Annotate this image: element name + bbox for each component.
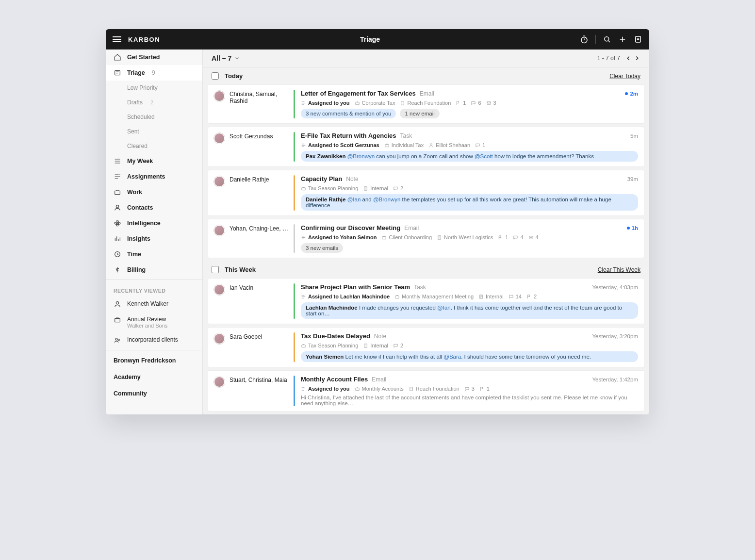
mention[interactable]: @Ian [437,305,451,311]
sidebar-user[interactable]: Bronwyn Fredrickson [106,352,202,369]
plus-icon[interactable] [618,35,627,44]
group-header: This Week Clear This Week [203,261,649,278]
triage-card[interactable]: Danielle Rathje Capacity Plan Note 39m T… [208,170,644,216]
sidebar-item-my-week[interactable]: My Week [106,153,202,169]
pill[interactable]: 3 new comments & mention of you [301,109,396,118]
svg-rect-3 [115,70,120,75]
from-names: Stuart, Christina, Maia [230,377,287,383]
card-list: Christina, Samual, Rashid Letter of Enga… [203,84,649,258]
subject: Share Project Plan with Senior Team [301,283,410,291]
svg-point-5 [116,205,118,208]
briefcase-icon [301,186,306,191]
meta-row: Tax Season PlanningInternal2 [301,343,638,348]
subject: Letter of Engagement for Tax Services [301,90,416,97]
sidebar-item-intelligence[interactable]: Intelligence [106,215,202,231]
search-icon[interactable] [603,35,611,44]
svg-rect-14 [355,102,359,104]
sidebar-item-insights[interactable]: Insights [106,231,202,247]
accent-bar [294,132,295,162]
accent-bar [294,332,295,362]
chat-icon [509,294,514,299]
assign-icon [301,294,306,299]
menu-icon[interactable] [113,36,121,42]
person-icon [428,143,434,148]
svg-rect-24 [395,296,399,298]
mail-icon [528,235,534,240]
sidebar-label: Triage [127,69,145,76]
filter-dropdown[interactable]: All – 7 [212,54,240,62]
mention[interactable]: @Bronwyn [373,197,400,202]
triage-card[interactable]: Ian Vacin Share Project Plan with Senior… [208,278,644,324]
item-type: Note [346,176,358,182]
select-all-checkbox[interactable] [212,72,219,80]
clear-link[interactable]: Clear Today [609,73,640,80]
recent-item[interactable]: Incorporated clients [106,332,202,348]
chevron-left-icon[interactable] [625,55,632,62]
triage-card[interactable]: Sara Goepel Tax Due-Dates Delayed Note Y… [208,327,644,367]
mention[interactable]: @Sara [443,354,461,360]
svg-rect-27 [364,344,367,347]
pager-range: 1 - 7 of 7 [597,55,620,62]
timer-icon[interactable] [580,35,589,44]
recent-item[interactable]: Annual ReviewWalker and Sons [106,312,202,332]
chat-icon [475,143,480,148]
triage-card[interactable]: Scott Gerzundas E-File Tax Return with A… [208,127,644,167]
select-all-checkbox[interactable] [212,266,219,273]
from-names: Danielle Rathje [230,176,269,183]
sidebar-item-work[interactable]: Work [106,184,202,200]
sidebar-academy[interactable]: Academy [106,369,202,385]
avatar [214,176,225,187]
sidebar-item-billing[interactable]: Billing [106,262,202,278]
svg-rect-28 [355,388,359,390]
mention[interactable]: @Scott [475,153,493,159]
triage-card[interactable]: Christina, Samual, Rashid Letter of Enga… [208,84,644,124]
sidebar-item-low-priority[interactable]: Low Priority [106,81,202,95]
svg-rect-19 [302,187,305,190]
inbox-icon [114,69,121,77]
comment-quote: Pax Zwanikken @Bronwyn can you jump on a… [301,151,638,162]
avatar [214,133,225,144]
sidebar-item-cleared[interactable]: Cleared [106,139,202,153]
sidebar-item-triage[interactable]: Triage 9 [106,65,202,81]
svg-point-13 [118,339,119,341]
sidebar-item-get-started[interactable]: Get Started [106,49,202,65]
sidebar-item-scheduled[interactable]: Scheduled [106,110,202,124]
chevron-right-icon[interactable] [634,55,640,62]
divider [106,280,202,280]
triage-card[interactable]: Yohan, Chaing-Lee, … Confirming our Disc… [208,219,644,258]
briefcase-icon [355,100,360,106]
mention[interactable]: @Ian [347,197,361,202]
assignments-icon [114,173,121,181]
clear-link[interactable]: Clear This Week [598,266,640,273]
triage-card[interactable]: Stuart, Christina, Maia Monthly Account … [208,370,644,412]
sidebar-community[interactable]: Community [106,385,202,402]
briefcase-icon [301,343,306,348]
accent-bar [294,283,295,319]
subject: Monthly Account Files [301,376,368,383]
accent-bar [294,90,295,118]
item-type: Task [400,132,412,139]
comment-quote: Yohan Siemen Let me know if I can help w… [301,351,638,362]
timestamp: Yesterday, 3:20pm [592,333,638,339]
note-icon[interactable] [634,35,642,44]
from-names: Christina, Samual, Rashid [230,91,292,104]
recent-item[interactable]: Kenneth Walker [106,296,202,312]
sidebar-count: 9 [152,69,155,76]
sidebar-item-sent[interactable]: Sent [106,124,202,139]
accent-bar [294,224,295,253]
mention[interactable]: @Bronwyn [347,153,375,159]
pill[interactable]: 1 new email [400,109,439,118]
sidebar-item-contacts[interactable]: Contacts [106,200,202,215]
sidebar-item-assignments[interactable]: Assignments [106,169,202,184]
flag-icon [479,386,485,392]
briefcase-icon [114,316,121,324]
avatar [214,225,225,236]
timestamp: 39m [627,176,638,182]
sidebar-item-time[interactable]: Time [106,247,202,262]
pill[interactable]: 3 new emails [301,243,343,253]
item-type: Note [374,333,386,340]
avatar [214,91,225,101]
svg-rect-26 [302,345,305,347]
meta-row: Assigned to Scott GerzunasIndividual Tax… [301,142,638,148]
sidebar-item-drafts[interactable]: Drafts2 [106,95,202,110]
